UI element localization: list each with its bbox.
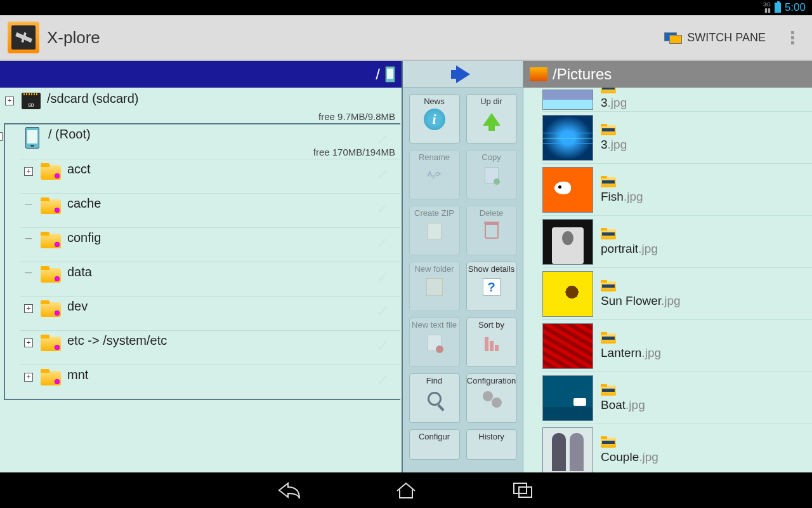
- sdcard-icon: [22, 93, 41, 109]
- history-button[interactable]: History: [466, 429, 517, 460]
- thumbnail: [542, 375, 593, 421]
- picture-row[interactable]: 3.jpg: [542, 88, 812, 112]
- folder-icon: [41, 163, 61, 180]
- picture-row[interactable]: Couple.jpg: [542, 424, 812, 472]
- folder-row[interactable]: – data ✓: [20, 262, 400, 296]
- file-name: Fish.jpg: [601, 190, 643, 204]
- show-details-button[interactable]: Show details?: [466, 262, 517, 311]
- up-dir-button[interactable]: Up dir: [466, 94, 517, 144]
- expand-toggle[interactable]: +: [24, 304, 33, 313]
- right-file-list: 3.jpg 3.jpg Fish.jpg portrait.jpg Sun Fl…: [523, 88, 812, 472]
- sort-icon: [480, 331, 503, 354]
- configur-button[interactable]: Configur: [409, 429, 460, 460]
- left-file-list: + /sdcard (sdcard) free 9.7MB/9.8MB − / …: [0, 88, 402, 472]
- folder-row[interactable]: – cache ✓: [20, 193, 400, 227]
- arrow-right-icon: [456, 65, 470, 83]
- thumbnail: [542, 115, 593, 161]
- folder-name: data: [67, 265, 396, 279]
- thumbnail: [542, 90, 593, 110]
- file-name: Couple.jpg: [601, 450, 658, 464]
- picture-row[interactable]: Fish.jpg: [542, 164, 812, 216]
- picture-row[interactable]: 3.jpg: [542, 112, 812, 164]
- folder-name: mnt: [67, 368, 396, 382]
- sdcard-free: free 9.7MB/9.8MB: [318, 111, 395, 122]
- image-file-icon: [601, 176, 616, 187]
- action-bar: X-plore SWITCH PANE: [0, 15, 812, 61]
- app-title: X-plore: [47, 28, 100, 48]
- sdcard-row[interactable]: + /sdcard (sdcard) free 9.7MB/9.8MB: [1, 89, 400, 123]
- folder-name: etc -> /system/etc: [67, 333, 396, 348]
- picture-row[interactable]: Sun Flower.jpg: [542, 268, 812, 320]
- overflow-menu-button[interactable]: [781, 23, 804, 52]
- folder-row[interactable]: + mnt ✓: [20, 364, 400, 399]
- tool-label: Copy: [481, 153, 501, 163]
- folder-row[interactable]: – config ✓: [20, 227, 400, 262]
- root-row[interactable]: − / (Root) ✓ free 170MB/194MB: [5, 124, 400, 159]
- rename-icon: AB⟳: [423, 164, 446, 187]
- folder-row[interactable]: + acct ✓: [20, 159, 400, 193]
- folder-name: config: [67, 231, 396, 245]
- thumbnail: [542, 167, 593, 213]
- expand-toggle[interactable]: +: [24, 167, 33, 176]
- left-pane: / + /sdcard (sdcard) free 9.7MB/9.8MB − …: [0, 61, 403, 472]
- sort-by-button[interactable]: Sort by: [466, 318, 517, 367]
- picture-row[interactable]: portrait.jpg: [542, 216, 812, 268]
- folder-icon: [41, 335, 61, 351]
- folder-icon: [41, 266, 61, 283]
- battery-icon: [775, 3, 781, 13]
- tool-label: Up dir: [480, 97, 502, 107]
- folder-row[interactable]: + dev ✓: [20, 296, 400, 330]
- direction-header[interactable]: [403, 61, 523, 88]
- collapse-toggle[interactable]: −: [0, 132, 3, 141]
- switch-pane-icon: [664, 31, 682, 44]
- home-button[interactable]: [392, 479, 420, 502]
- check-icon[interactable]: ✓: [376, 371, 389, 389]
- tool-label: Create ZIP: [414, 209, 454, 218]
- image-file-icon: [601, 436, 616, 448]
- expand-toggle[interactable]: +: [5, 97, 14, 105]
- left-pane-header[interactable]: /: [0, 61, 402, 88]
- folder-name: acct: [67, 162, 396, 177]
- picture-row[interactable]: Lantern.jpg: [542, 320, 812, 372]
- check-icon[interactable]: ✓: [376, 131, 389, 149]
- picture-row[interactable]: Boat.jpg: [542, 372, 812, 424]
- up-icon: [480, 108, 503, 131]
- phone-icon: [25, 127, 39, 149]
- image-file-icon: [601, 88, 616, 93]
- folder-name: dev: [67, 299, 396, 314]
- check-icon[interactable]: ✓: [376, 200, 389, 218]
- tool-label: Configuration: [467, 377, 516, 386]
- tool-label: News: [424, 97, 445, 107]
- back-button[interactable]: [275, 479, 303, 502]
- switch-pane-button[interactable]: SWITCH PANE: [657, 27, 773, 48]
- configuration-button[interactable]: Configuration: [466, 373, 517, 423]
- thumbnail: [542, 271, 593, 317]
- trash-icon: [480, 220, 503, 243]
- image-file-icon: [601, 384, 616, 396]
- android-nav-bar: [0, 472, 812, 508]
- check-icon[interactable]: ✓: [376, 166, 389, 184]
- copy-icon: [480, 164, 503, 187]
- folder-row[interactable]: + etc -> /system/etc ✓: [20, 330, 400, 364]
- network-indicator: 3G▮▮: [763, 2, 771, 13]
- find-button[interactable]: Find: [409, 373, 460, 423]
- details-icon: ?: [480, 276, 503, 298]
- image-file-icon: [601, 124, 616, 135]
- check-icon[interactable]: ✓: [376, 234, 389, 252]
- android-status-bar: 3G▮▮ 5:00: [0, 0, 812, 15]
- expand-toggle[interactable]: +: [24, 373, 33, 382]
- info-icon: i: [423, 108, 446, 131]
- thumbnail: [542, 323, 593, 369]
- svg-rect-0: [514, 483, 527, 493]
- rename-button: RenameAB⟳: [409, 150, 460, 199]
- check-icon[interactable]: ✓: [376, 337, 389, 355]
- news-button[interactable]: Newsi: [409, 94, 460, 144]
- file-name: Lantern.jpg: [601, 346, 661, 360]
- check-icon[interactable]: ✓: [376, 269, 389, 286]
- recent-apps-button[interactable]: [509, 479, 537, 502]
- app-icon[interactable]: [8, 22, 39, 53]
- folder-icon: [530, 67, 547, 81]
- check-icon[interactable]: ✓: [376, 303, 389, 321]
- expand-toggle[interactable]: +: [24, 338, 33, 347]
- right-pane-header[interactable]: /Pictures: [523, 61, 812, 88]
